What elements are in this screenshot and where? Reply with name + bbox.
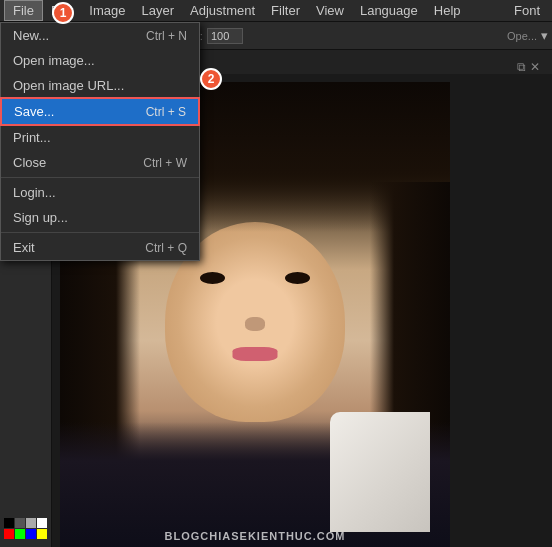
menu-separator-2	[1, 232, 199, 233]
menu-image[interactable]: Image	[81, 0, 133, 21]
menu-help[interactable]: Help	[426, 0, 469, 21]
menu-file[interactable]: File	[4, 0, 43, 21]
menu-item-open-image[interactable]: Open image...	[1, 48, 199, 73]
menu-filter[interactable]: Filter	[263, 0, 308, 21]
menu-item-exit[interactable]: Exit Ctrl + Q	[1, 235, 199, 260]
menu-item-close[interactable]: Close Ctrl + W	[1, 150, 199, 175]
menu-item-print[interactable]: Print...	[1, 125, 199, 150]
menu-item-login[interactable]: Login...	[1, 180, 199, 205]
menu-adjustment[interactable]: Adjustment	[182, 0, 263, 21]
menu-item-signup[interactable]: Sign up...	[1, 205, 199, 230]
menu-layer[interactable]: Layer	[134, 0, 183, 21]
menu-font[interactable]: Font	[506, 0, 548, 21]
menu-item-new[interactable]: New... Ctrl + N	[1, 23, 199, 48]
file-dropdown-menu: New... Ctrl + N Open image... Open image…	[0, 22, 200, 261]
menu-item-save[interactable]: Save... Ctrl + S	[1, 98, 199, 125]
menu-item-open-url[interactable]: Open image URL...	[1, 73, 199, 98]
menu-bar: File Edit Image Layer Adjustment Filter …	[0, 0, 552, 22]
step-badge-1: 1	[52, 2, 74, 24]
menu-separator-1	[1, 177, 199, 178]
menu-language[interactable]: Language	[352, 0, 426, 21]
menu-view[interactable]: View	[308, 0, 352, 21]
dropdown-overlay[interactable]: New... Ctrl + N Open image... Open image…	[0, 0, 552, 547]
step-badge-2: 2	[200, 68, 222, 90]
